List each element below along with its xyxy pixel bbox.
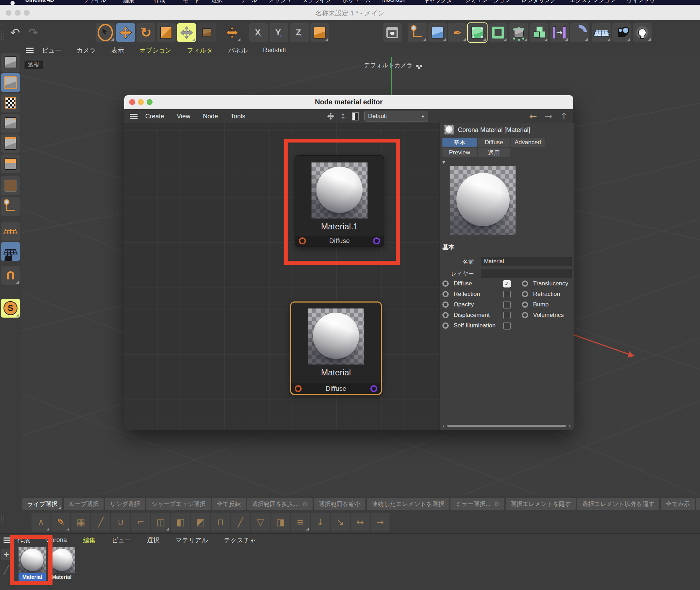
- menubar-item-mode[interactable]: モード: [183, 0, 200, 4]
- spread-right-button[interactable]: →: [371, 513, 390, 532]
- node-menu-view[interactable]: View: [177, 113, 190, 120]
- node-menu-tools[interactable]: Tools: [231, 113, 245, 120]
- menubar-item-render[interactable]: レンダリング: [522, 0, 556, 4]
- layer-field-input[interactable]: [481, 269, 572, 278]
- viewport-menu-options[interactable]: オプション: [139, 46, 172, 55]
- pan-icon[interactable]: [327, 112, 335, 120]
- menubar-item-volume[interactable]: ボリューム: [342, 0, 371, 4]
- menubar-item-tools[interactable]: ツール: [240, 0, 257, 4]
- camera-button[interactable]: [612, 23, 631, 42]
- brush-tool-button[interactable]: ╱: [91, 513, 110, 532]
- scale-tool[interactable]: [157, 23, 176, 42]
- opacity-checkbox[interactable]: [503, 301, 511, 308]
- record-selection-button[interactable]: 選択範囲を記録: [696, 498, 700, 510]
- channel-ring-icon[interactable]: [442, 301, 449, 308]
- hide-selected-button[interactable]: 選択エレメントを隠す: [506, 498, 576, 510]
- displacement-checkbox[interactable]: [503, 312, 511, 319]
- menubar-item-extensions[interactable]: エクステンション: [570, 0, 616, 4]
- tab-basic[interactable]: 基本: [442, 138, 477, 147]
- magnet-tool-button[interactable]: ∪: [111, 513, 130, 532]
- channel-ring-icon[interactable]: [442, 291, 449, 297]
- extrude-button[interactable]: ◫: [151, 513, 170, 532]
- render-view-button[interactable]: [383, 23, 402, 42]
- menubar-item-simulation[interactable]: シミュレーション: [465, 0, 511, 4]
- disabled-transform-tool[interactable]: [197, 23, 216, 42]
- menubar-item-file[interactable]: ファイル: [83, 0, 106, 4]
- apple-logo-icon[interactable]: [10, 1, 15, 5]
- point-mode-button[interactable]: [1, 114, 20, 133]
- collapse-chevron-icon[interactable]: ▾: [442, 159, 445, 165]
- diffuse-checkbox[interactable]: ✓: [503, 280, 511, 287]
- live-selection-tool[interactable]: [96, 23, 115, 42]
- ring-selection-button[interactable]: リング選択: [105, 498, 145, 510]
- coordinate-system-button[interactable]: [310, 23, 329, 42]
- viewport-menu-view[interactable]: ビュー: [42, 46, 61, 55]
- volume-builder-button[interactable]: [530, 23, 548, 42]
- move-alt-tool[interactable]: [223, 23, 241, 42]
- select-connected-button[interactable]: 連続したエレメントを選択: [367, 498, 449, 510]
- menubar-item-create[interactable]: 作成: [154, 0, 165, 4]
- subdivision-surface-button[interactable]: [468, 23, 487, 42]
- menubar-item-edit[interactable]: 編集: [123, 0, 134, 4]
- scroll-right-icon[interactable]: ›: [569, 423, 571, 429]
- name-field-input[interactable]: [481, 257, 572, 266]
- enable-axis-button[interactable]: [1, 197, 20, 216]
- back-arrow-icon[interactable]: ←: [530, 111, 537, 122]
- panel-toggle-icon[interactable]: [352, 112, 359, 120]
- gear-icon[interactable]: ⚙: [302, 500, 308, 507]
- camera-menu-icon[interactable]: [416, 65, 419, 67]
- cage-deform-button[interactable]: [509, 23, 528, 42]
- simulation-move-tool[interactable]: [177, 23, 196, 42]
- menubar-item-mograph[interactable]: MoGraph: [382, 0, 406, 3]
- viewport-menu-redshift[interactable]: Redshift: [263, 47, 286, 54]
- align-center-button[interactable]: ↔: [351, 513, 370, 532]
- menubar-item-select[interactable]: 選択: [211, 0, 223, 4]
- menubar-item-character[interactable]: キャラクタ: [424, 0, 452, 4]
- stitch-button[interactable]: ↘: [331, 513, 350, 532]
- live-selection-button[interactable]: ライブ選択: [22, 498, 62, 510]
- edge-mode-button[interactable]: [1, 134, 20, 153]
- snap-magnet-button[interactable]: U: [1, 266, 20, 285]
- material-preview[interactable]: [450, 166, 516, 235]
- spline-pen-button[interactable]: ✒: [448, 23, 467, 42]
- iron-tool-button[interactable]: ⌐: [131, 513, 150, 532]
- channel-ring-icon[interactable]: [442, 280, 449, 287]
- lock-workplane-button[interactable]: [1, 242, 20, 261]
- sculpt-button[interactable]: S: [1, 299, 20, 318]
- vertical-fit-icon[interactable]: ↕: [340, 112, 346, 120]
- menubar-item-mesh[interactable]: メッシュ: [269, 0, 292, 4]
- menubar-item-spline[interactable]: スプライン: [302, 0, 331, 4]
- rotate-tool[interactable]: ↻: [136, 23, 155, 42]
- sharp-edge-selection-button[interactable]: シャープエッジ選択: [146, 498, 210, 510]
- scrollbar-thumb[interactable]: [447, 425, 566, 427]
- matmenu-edit[interactable]: 編集: [83, 536, 96, 544]
- floor-button[interactable]: [592, 23, 611, 42]
- loop-selection-button[interactable]: ループ選択: [64, 498, 104, 510]
- reflection-checkbox[interactable]: [503, 291, 511, 298]
- camera-label[interactable]: デフォルトカメラ: [364, 61, 419, 69]
- scroll-left-icon[interactable]: ‹: [442, 423, 444, 429]
- viewport-menu-panel[interactable]: パネル: [228, 46, 247, 55]
- preset-dropdown[interactable]: Default▾: [364, 111, 428, 122]
- sketch-pen-tool-button[interactable]: ✎: [51, 513, 70, 532]
- texture-axis-mode-button[interactable]: [1, 176, 20, 195]
- knife-button[interactable]: ╱: [231, 513, 250, 532]
- matmenu-material[interactable]: マテリアル: [176, 536, 208, 544]
- input-port-icon[interactable]: [295, 385, 302, 392]
- extrude-inner-button[interactable]: ◧: [171, 513, 190, 532]
- view-label[interactable]: 透視: [24, 61, 43, 69]
- toolbar-drag-handle[interactable]: [1, 24, 5, 41]
- tool-row-drag-handle[interactable]: [1, 514, 5, 530]
- viewport-menu-icon[interactable]: [26, 47, 34, 54]
- node-menu-node[interactable]: Node: [203, 113, 218, 120]
- viewport-menu-display[interactable]: 表示: [111, 46, 124, 55]
- redo-button[interactable]: ↷: [24, 23, 43, 42]
- x-axis-lock-button[interactable]: X⌞: [249, 23, 268, 42]
- polygon-mode-button[interactable]: [1, 154, 20, 173]
- spline-arc-button[interactable]: [570, 23, 589, 42]
- texture-mode-button[interactable]: [1, 93, 20, 112]
- channel-ring-icon[interactable]: [522, 291, 528, 297]
- quantize-grid-button[interactable]: ▦: [71, 513, 90, 532]
- matmenu-texture[interactable]: テクスチャ: [224, 536, 256, 544]
- channel-ring-icon[interactable]: [442, 312, 449, 318]
